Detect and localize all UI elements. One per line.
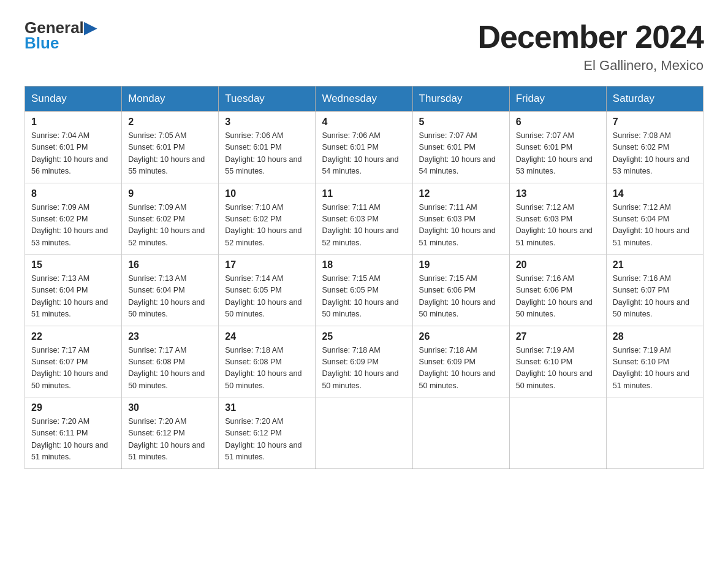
calendar-week-row: 1 Sunrise: 7:04 AMSunset: 6:01 PMDayligh… [25,112,703,183]
table-row: 22 Sunrise: 7:17 AMSunset: 6:07 PMDaylig… [25,326,122,397]
table-row: 29 Sunrise: 7:20 AMSunset: 6:11 PMDaylig… [25,397,122,469]
day-number: 29 [31,402,115,413]
calendar-header-tuesday: Tuesday [219,86,316,112]
calendar-header-sunday: Sunday [25,86,122,112]
day-number: 27 [516,331,600,342]
day-number: 11 [322,188,406,199]
calendar-table: SundayMondayTuesdayWednesdayThursdayFrid… [25,86,703,469]
day-info: Sunrise: 7:07 AMSunset: 6:01 PMDaylight:… [419,130,503,178]
day-number: 22 [31,331,115,342]
day-number: 26 [419,331,503,342]
day-number: 25 [322,331,406,342]
day-number: 9 [128,188,212,199]
day-number: 24 [225,331,309,342]
table-row: 6 Sunrise: 7:07 AMSunset: 6:01 PMDayligh… [509,112,606,183]
day-number: 8 [31,188,115,199]
logo: General▶ Blue [25,18,96,53]
table-row: 1 Sunrise: 7:04 AMSunset: 6:01 PMDayligh… [25,112,122,183]
day-number: 7 [613,117,697,128]
table-row: 18 Sunrise: 7:15 AMSunset: 6:05 PMDaylig… [316,255,412,326]
day-info: Sunrise: 7:20 AMSunset: 6:11 PMDaylight:… [31,416,115,464]
day-number: 12 [419,188,503,199]
calendar-header-row: SundayMondayTuesdayWednesdayThursdayFrid… [25,86,703,112]
table-row: 3 Sunrise: 7:06 AMSunset: 6:01 PMDayligh… [219,112,316,183]
calendar-header-wednesday: Wednesday [316,86,412,112]
calendar-header-saturday: Saturday [606,86,703,112]
table-row: 7 Sunrise: 7:08 AMSunset: 6:02 PMDayligh… [606,112,703,183]
calendar-week-row: 8 Sunrise: 7:09 AMSunset: 6:02 PMDayligh… [25,183,703,255]
calendar-header-friday: Friday [509,86,606,112]
day-number: 20 [516,259,600,270]
table-row: 21 Sunrise: 7:16 AMSunset: 6:07 PMDaylig… [606,255,703,326]
day-number: 14 [613,188,697,199]
day-number: 1 [31,117,115,128]
table-row: 11 Sunrise: 7:11 AMSunset: 6:03 PMDaylig… [316,183,412,255]
day-info: Sunrise: 7:16 AMSunset: 6:06 PMDaylight:… [516,273,600,321]
table-row: 28 Sunrise: 7:19 AMSunset: 6:10 PMDaylig… [606,326,703,397]
table-row [316,397,412,469]
calendar-week-row: 29 Sunrise: 7:20 AMSunset: 6:11 PMDaylig… [25,397,703,469]
table-row: 20 Sunrise: 7:16 AMSunset: 6:06 PMDaylig… [509,255,606,326]
day-number: 23 [128,331,212,342]
table-row: 24 Sunrise: 7:18 AMSunset: 6:08 PMDaylig… [219,326,316,397]
table-row: 25 Sunrise: 7:18 AMSunset: 6:09 PMDaylig… [316,326,412,397]
day-info: Sunrise: 7:10 AMSunset: 6:02 PMDaylight:… [225,202,309,250]
day-number: 2 [128,117,212,128]
month-title: December 2024 [477,18,703,55]
day-info: Sunrise: 7:13 AMSunset: 6:04 PMDaylight:… [128,273,212,321]
day-info: Sunrise: 7:09 AMSunset: 6:02 PMDaylight:… [128,202,212,250]
day-number: 6 [516,117,600,128]
table-row: 9 Sunrise: 7:09 AMSunset: 6:02 PMDayligh… [122,183,219,255]
table-row: 17 Sunrise: 7:14 AMSunset: 6:05 PMDaylig… [219,255,316,326]
table-row [606,397,703,469]
day-info: Sunrise: 7:19 AMSunset: 6:10 PMDaylight:… [516,345,600,393]
day-info: Sunrise: 7:13 AMSunset: 6:04 PMDaylight:… [31,273,115,321]
day-info: Sunrise: 7:12 AMSunset: 6:04 PMDaylight:… [613,202,697,250]
table-row: 13 Sunrise: 7:12 AMSunset: 6:03 PMDaylig… [509,183,606,255]
day-info: Sunrise: 7:06 AMSunset: 6:01 PMDaylight:… [225,130,309,178]
table-row [509,397,606,469]
day-info: Sunrise: 7:18 AMSunset: 6:09 PMDaylight:… [419,345,503,393]
day-number: 4 [322,117,406,128]
table-row: 4 Sunrise: 7:06 AMSunset: 6:01 PMDayligh… [316,112,412,183]
calendar-header-thursday: Thursday [412,86,509,112]
day-info: Sunrise: 7:09 AMSunset: 6:02 PMDaylight:… [31,202,115,250]
day-info: Sunrise: 7:20 AMSunset: 6:12 PMDaylight:… [225,416,309,464]
page-header: General▶ Blue December 2024 El Gallinero… [25,18,703,74]
day-info: Sunrise: 7:06 AMSunset: 6:01 PMDaylight:… [322,130,406,178]
day-number: 5 [419,117,503,128]
day-number: 3 [225,117,309,128]
day-number: 13 [516,188,600,199]
day-info: Sunrise: 7:14 AMSunset: 6:05 PMDaylight:… [225,273,309,321]
day-number: 31 [225,402,309,413]
day-info: Sunrise: 7:18 AMSunset: 6:09 PMDaylight:… [322,345,406,393]
day-info: Sunrise: 7:16 AMSunset: 6:07 PMDaylight:… [613,273,697,321]
day-info: Sunrise: 7:11 AMSunset: 6:03 PMDaylight:… [322,202,406,250]
day-number: 19 [419,259,503,270]
day-info: Sunrise: 7:07 AMSunset: 6:01 PMDaylight:… [516,130,600,178]
table-row: 27 Sunrise: 7:19 AMSunset: 6:10 PMDaylig… [509,326,606,397]
table-row: 19 Sunrise: 7:15 AMSunset: 6:06 PMDaylig… [412,255,509,326]
table-row: 10 Sunrise: 7:10 AMSunset: 6:02 PMDaylig… [219,183,316,255]
title-section: December 2024 El Gallinero, Mexico [477,18,703,74]
table-row: 31 Sunrise: 7:20 AMSunset: 6:12 PMDaylig… [219,397,316,469]
location: El Gallinero, Mexico [477,58,703,74]
day-number: 21 [613,259,697,270]
table-row: 12 Sunrise: 7:11 AMSunset: 6:03 PMDaylig… [412,183,509,255]
table-row: 5 Sunrise: 7:07 AMSunset: 6:01 PMDayligh… [412,112,509,183]
day-number: 30 [128,402,212,413]
day-number: 28 [613,331,697,342]
day-info: Sunrise: 7:17 AMSunset: 6:07 PMDaylight:… [31,345,115,393]
table-row: 30 Sunrise: 7:20 AMSunset: 6:12 PMDaylig… [122,397,219,469]
table-row: 26 Sunrise: 7:18 AMSunset: 6:09 PMDaylig… [412,326,509,397]
calendar-header-monday: Monday [122,86,219,112]
day-info: Sunrise: 7:15 AMSunset: 6:05 PMDaylight:… [322,273,406,321]
day-info: Sunrise: 7:19 AMSunset: 6:10 PMDaylight:… [613,345,697,393]
calendar-week-row: 15 Sunrise: 7:13 AMSunset: 6:04 PMDaylig… [25,255,703,326]
table-row: 14 Sunrise: 7:12 AMSunset: 6:04 PMDaylig… [606,183,703,255]
day-number: 17 [225,259,309,270]
day-info: Sunrise: 7:15 AMSunset: 6:06 PMDaylight:… [419,273,503,321]
day-number: 10 [225,188,309,199]
day-info: Sunrise: 7:17 AMSunset: 6:08 PMDaylight:… [128,345,212,393]
day-info: Sunrise: 7:20 AMSunset: 6:12 PMDaylight:… [128,416,212,464]
